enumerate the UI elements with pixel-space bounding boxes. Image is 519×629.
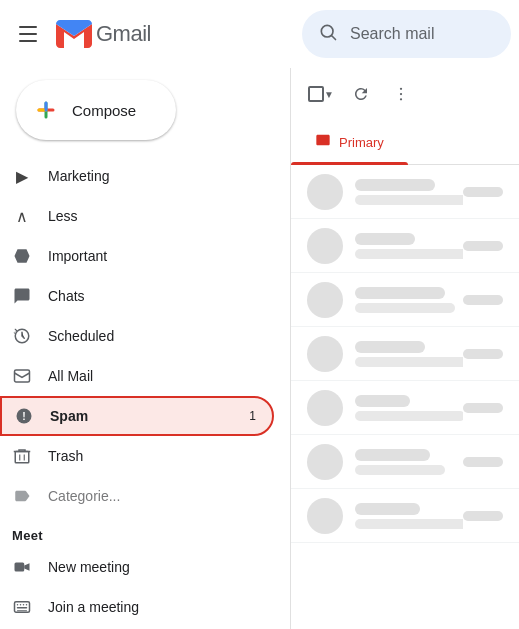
email-row[interactable] — [291, 165, 519, 219]
email-content — [355, 449, 463, 475]
header-left: Gmail — [8, 14, 298, 54]
email-subject — [355, 357, 463, 367]
refresh-button[interactable] — [343, 76, 379, 112]
email-row[interactable] — [291, 327, 519, 381]
email-time — [463, 403, 503, 413]
email-sender — [355, 503, 420, 515]
chat-icon — [12, 286, 32, 306]
svg-line-1 — [332, 36, 336, 40]
sidebar: Compose ▶ Marketing ∧ Less Important — [0, 68, 290, 629]
avatar — [307, 336, 343, 372]
svg-rect-10 — [15, 452, 29, 463]
app-header: Gmail Search mail — [0, 0, 519, 68]
important-icon — [12, 246, 32, 266]
sidebar-item-chats[interactable]: Chats — [0, 276, 274, 316]
email-content — [355, 395, 463, 421]
email-content — [355, 179, 463, 205]
trash-icon — [12, 446, 32, 466]
sidebar-item-categories[interactable]: Categorie... — [0, 476, 274, 516]
email-time — [463, 511, 503, 521]
email-time — [463, 241, 503, 251]
avatar — [307, 174, 343, 210]
email-content — [355, 503, 463, 529]
compose-label: Compose — [72, 102, 136, 119]
sidebar-item-new-meeting[interactable]: New meeting — [0, 547, 274, 587]
sidebar-item-marketing[interactable]: ▶ Marketing — [0, 156, 274, 196]
videocam-icon — [12, 557, 32, 577]
email-subject — [355, 195, 463, 205]
avatar — [307, 282, 343, 318]
tab-primary-label: Primary — [339, 135, 384, 150]
email-content — [355, 341, 463, 367]
sidebar-item-trash[interactable]: Trash — [0, 436, 274, 476]
email-row[interactable] — [291, 489, 519, 543]
email-time — [463, 457, 503, 467]
email-row[interactable] — [291, 381, 519, 435]
right-panel: ▼ — [290, 68, 519, 629]
primary-tab-icon — [315, 132, 331, 152]
email-subject — [355, 465, 445, 475]
compose-button[interactable]: Compose — [16, 80, 176, 140]
email-subject — [355, 519, 463, 529]
svg-point-24 — [400, 98, 402, 100]
app-name: Gmail — [96, 21, 151, 47]
email-subject — [355, 411, 463, 421]
select-checkbox[interactable]: ▼ — [308, 86, 334, 102]
svg-text:!: ! — [22, 410, 26, 422]
email-sender — [355, 341, 425, 353]
avatar — [307, 228, 343, 264]
sidebar-item-all-mail[interactable]: All Mail — [0, 356, 274, 396]
allmail-icon — [12, 366, 32, 386]
email-toolbar: ▼ — [291, 68, 519, 120]
search-icon — [318, 22, 338, 46]
email-time — [463, 187, 503, 197]
email-time — [463, 295, 503, 305]
email-subject — [355, 303, 455, 313]
email-row[interactable] — [291, 219, 519, 273]
email-row[interactable] — [291, 273, 519, 327]
search-placeholder: Search mail — [350, 25, 434, 43]
email-content — [355, 287, 463, 313]
email-sender — [355, 395, 410, 407]
gmail-m-icon — [56, 20, 92, 48]
select-chevron-icon: ▼ — [324, 89, 334, 100]
sidebar-item-scheduled[interactable]: Scheduled — [0, 316, 274, 356]
more-options-button[interactable] — [383, 76, 419, 112]
tab-primary[interactable]: Primary — [291, 120, 408, 164]
chevron-up-icon: ∧ — [12, 206, 32, 226]
email-sender — [355, 179, 435, 191]
more-icon — [392, 85, 410, 103]
compose-plus-icon — [32, 96, 60, 124]
avatar — [307, 390, 343, 426]
svg-rect-7 — [15, 370, 30, 382]
refresh-icon — [352, 85, 370, 103]
email-sender — [355, 449, 430, 461]
menu-button[interactable] — [8, 14, 48, 54]
svg-rect-14 — [15, 563, 25, 572]
email-sender — [355, 233, 415, 245]
sidebar-item-important[interactable]: Important — [0, 236, 274, 276]
email-content — [355, 233, 463, 259]
email-row[interactable] — [291, 435, 519, 489]
select-button[interactable]: ▼ — [303, 76, 339, 112]
tag-icon: ▶ — [12, 166, 32, 186]
keyboard-icon — [12, 597, 32, 617]
checkbox-square — [308, 86, 324, 102]
sidebar-item-spam[interactable]: ! Spam 1 — [0, 396, 274, 436]
gmail-logo: Gmail — [56, 20, 151, 48]
meet-section-header: Meet — [0, 516, 290, 547]
email-time — [463, 349, 503, 359]
svg-point-22 — [400, 88, 402, 90]
main-layout: Compose ▶ Marketing ∧ Less Important — [0, 68, 519, 629]
email-list — [291, 165, 519, 629]
avatar — [307, 498, 343, 534]
search-bar[interactable]: Search mail — [302, 10, 511, 58]
inbox-tabs: Primary — [291, 120, 519, 165]
email-subject — [355, 249, 463, 259]
avatar — [307, 444, 343, 480]
spam-icon: ! — [14, 406, 34, 426]
sidebar-item-join-meeting[interactable]: Join a meeting — [0, 587, 274, 627]
sidebar-item-less[interactable]: ∧ Less — [0, 196, 274, 236]
svg-point-23 — [400, 93, 402, 95]
label-icon — [12, 486, 32, 506]
